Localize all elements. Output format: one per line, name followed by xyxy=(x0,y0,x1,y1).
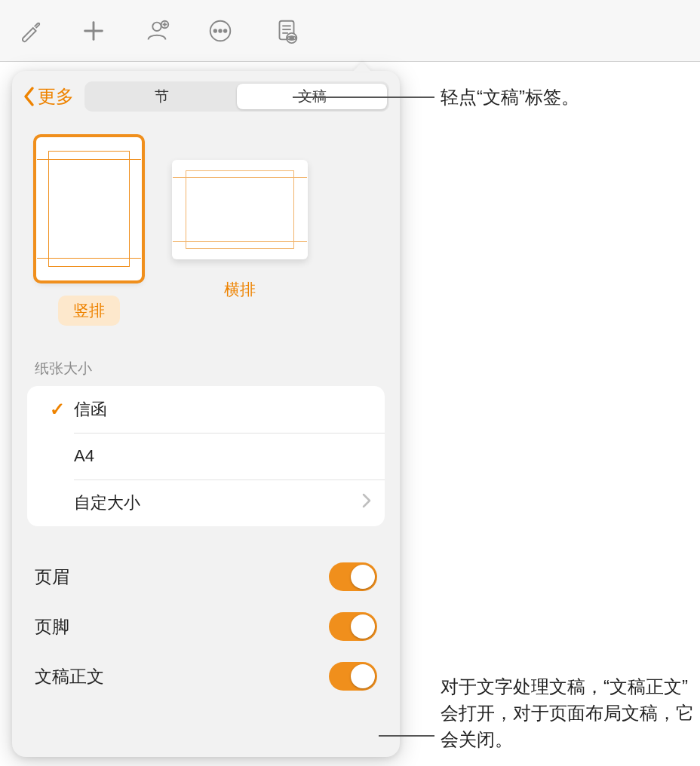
svg-point-7 xyxy=(214,29,216,32)
toggle-section: 页眉 页脚 文稿正文 xyxy=(12,526,400,701)
header-toggle[interactable] xyxy=(329,562,377,591)
plus-icon[interactable] xyxy=(71,8,116,54)
footer-toggle[interactable] xyxy=(329,612,377,641)
body-toggle[interactable] xyxy=(329,662,377,691)
tab-section[interactable]: 节 xyxy=(87,84,237,109)
landscape-label: 横排 xyxy=(209,274,271,305)
brush-icon[interactable] xyxy=(8,8,53,54)
panel-header: 更多 节 文稿 xyxy=(12,81,400,121)
paper-size-label: 纸张大小 xyxy=(12,332,400,386)
orientation-portrait[interactable]: 竖排 xyxy=(36,137,142,326)
collaborate-icon[interactable] xyxy=(134,8,180,54)
list-item-label: 信函 xyxy=(74,398,107,421)
more-icon[interactable] xyxy=(198,8,243,54)
paper-size-custom[interactable]: 自定大小 xyxy=(27,480,385,526)
list-item-label: A4 xyxy=(74,446,94,466)
main-toolbar xyxy=(0,0,700,62)
paper-size-letter[interactable]: ✓ 信函 xyxy=(27,386,385,433)
toggle-label: 页脚 xyxy=(35,615,69,639)
toggle-header-row: 页眉 xyxy=(35,552,385,602)
svg-point-9 xyxy=(224,29,226,32)
portrait-thumb xyxy=(36,137,142,280)
list-item-label: 自定大小 xyxy=(74,492,140,514)
toggle-label: 文稿正文 xyxy=(35,665,104,688)
document-view-icon[interactable] xyxy=(264,8,309,54)
callout-leader xyxy=(379,735,434,737)
svg-point-2 xyxy=(152,22,161,30)
back-label: 更多 xyxy=(38,84,74,109)
orientation-landscape[interactable]: 横排 xyxy=(172,137,308,326)
svg-point-8 xyxy=(219,29,221,32)
portrait-label: 竖排 xyxy=(58,296,120,326)
toggle-footer-row: 页脚 xyxy=(35,602,385,651)
callout-tap-document: 轻点“文稿”标签。 xyxy=(441,84,579,111)
orientation-row: 竖排 横排 xyxy=(12,121,400,332)
svg-point-15 xyxy=(290,36,293,40)
back-button[interactable]: 更多 xyxy=(23,84,74,109)
callout-leader xyxy=(293,97,434,98)
paper-size-a4[interactable]: A4 xyxy=(27,433,385,480)
toggle-label: 页眉 xyxy=(35,565,69,589)
check-icon: ✓ xyxy=(41,399,74,420)
toggle-body-row: 文稿正文 xyxy=(35,651,385,701)
callout-body-toggle: 对于文字处理文稿，“文稿正文”会打开，对于页面布局文稿，它会关闭。 xyxy=(441,674,700,752)
paper-size-list: ✓ 信函 A4 自定大小 xyxy=(27,386,385,526)
chevron-right-icon xyxy=(362,493,371,513)
document-settings-panel: 更多 节 文稿 竖排 横排 纸张大小 ✓ 信函 A4 自定大小 xyxy=(12,71,400,757)
landscape-thumb xyxy=(172,160,308,259)
